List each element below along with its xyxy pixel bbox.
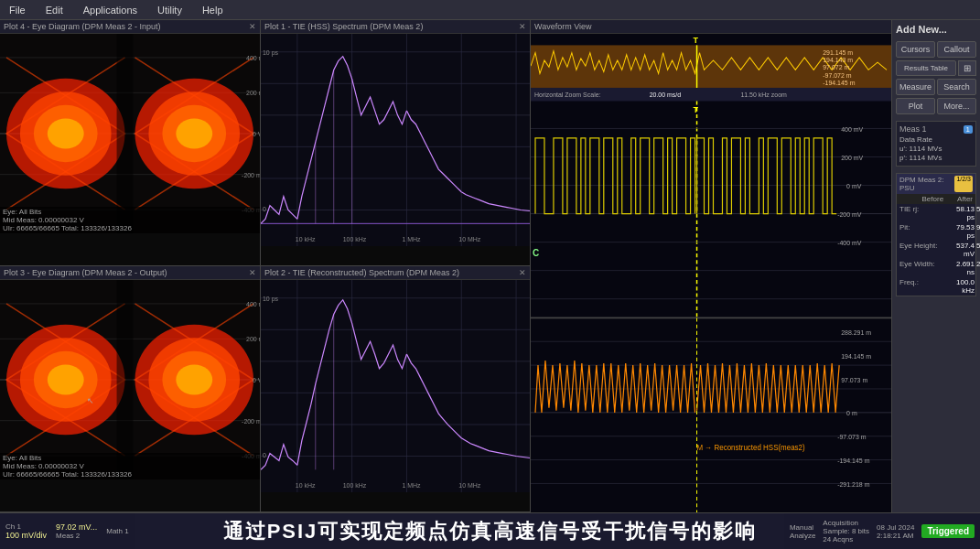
svg-point-9 <box>48 118 84 148</box>
eye-diagram-input: Plot 4 - Eye Diagram (DPM Meas 2 - Input… <box>0 20 260 266</box>
svg-text:C: C <box>533 248 540 258</box>
sample-label: Sample: 8 bits <box>823 527 869 535</box>
svg-text:-194.145 m: -194.145 m <box>837 458 869 465</box>
svg-text:200 mV: 200 mV <box>841 154 863 161</box>
menu-help[interactable]: Help <box>197 3 229 17</box>
spec2-close[interactable]: ✕ <box>519 268 526 277</box>
time-label: 2:18:21 AM <box>877 532 914 540</box>
eye2-footer-line3: UIr: 66665/66665 Total: 133326/133326 <box>3 470 257 479</box>
spec2-canvas: 10 ps 0 10 kHz 100 kHz 1 MHz 10 MHz <box>261 280 530 492</box>
svg-text:Horizontal Zoom Scale:: Horizontal Zoom Scale: <box>534 92 601 99</box>
svg-rect-14 <box>117 34 134 233</box>
dpm-col-after: After <box>957 195 973 203</box>
meas1-panel: Meas 1 1 Data Rate u': 1114 MVs p': 1114… <box>896 121 976 167</box>
spec2-title-text: Plot 2 - TIE (Reconstructed) Spectrum (D… <box>264 268 459 277</box>
spec1-close[interactable]: ✕ <box>519 22 526 31</box>
menu-file[interactable]: File <box>4 3 31 17</box>
sidebar-row-2: Results Table ⊞ <box>896 60 976 76</box>
svg-text:10 kHz: 10 kHz <box>296 236 316 242</box>
svg-text:T: T <box>694 36 699 45</box>
meas1-data-rate: Data Rate <box>899 135 973 144</box>
svg-text:20.00 ms/d: 20.00 ms/d <box>650 92 682 99</box>
eye2-footer-line1: Eye: All Bits <box>3 454 257 462</box>
eye2-footer-line2: Mid Meas: 0.00000032 V <box>3 462 257 470</box>
dpm-header: DPM Meas 2: PSU 1/2/3 <box>897 174 975 194</box>
eye2-title-text: Plot 3 - Eye Diagram (DPM Meas 2 - Outpu… <box>4 268 167 277</box>
svg-text:0 V: 0 V <box>253 377 260 384</box>
status-bar: Ch 1 100 mV/div 97.02 mV... Meas 2 Math … <box>0 512 980 549</box>
svg-text:-200 mV: -200 mV <box>242 418 260 425</box>
callout-button[interactable]: Callout <box>937 41 976 58</box>
left-panel-group: Plot 4 - Eye Diagram (DPM Meas 2 - Input… <box>0 20 261 512</box>
spec1-svg: 10 ps 0 10 kHz 100 kHz 1 MHz 10 MHz <box>261 34 530 246</box>
dpm-before-1: 79.53 ps <box>956 223 975 240</box>
triggered-badge: Triggered <box>921 524 975 538</box>
svg-text:0 V: 0 V <box>253 131 260 138</box>
svg-text:10 ps: 10 ps <box>263 296 279 303</box>
menu-bar: File Edit Applications Utility Help <box>0 0 980 20</box>
dpm-label-1: Pit: <box>899 223 954 240</box>
dpm-col-headers: Before After <box>897 194 975 204</box>
svg-text:10 MHz: 10 MHz <box>458 482 481 489</box>
dpm-after-1: 9.982 ps <box>976 223 980 240</box>
svg-text:97.072 m: 97.072 m <box>823 64 849 71</box>
menu-edit[interactable]: Edit <box>40 3 69 17</box>
ch1-status: Ch 1 100 mV/div <box>5 522 47 540</box>
search-button[interactable]: Search <box>937 79 976 95</box>
svg-text:0 mV: 0 mV <box>846 183 862 190</box>
panel-title-eye1: Plot 4 - Eye Diagram (DPM Meas 2 - Input… <box>0 20 260 34</box>
svg-text:200 mV: 200 mV <box>246 90 260 97</box>
ch1-val: 97.02 mV... <box>56 522 97 532</box>
svg-text:400 mV: 400 mV <box>246 55 260 62</box>
svg-text:10 MHz: 10 MHz <box>458 236 481 242</box>
dpm-badge: 1/2/3 <box>954 176 973 192</box>
ch1-scale: 100 mV/div <box>5 531 47 540</box>
svg-text:0 m: 0 m <box>846 410 857 417</box>
acq-status: Acquisition Sample: 8 bits 24 Acqns <box>823 519 869 544</box>
results-table-button[interactable]: Results Table <box>896 60 956 76</box>
results-icon: ⊞ <box>958 60 976 76</box>
eye-diagram-output: Plot 3 - Eye Diagram (DPM Meas 2 - Outpu… <box>0 266 260 512</box>
status-right: Manual Analyze Acquisition Sample: 8 bit… <box>784 513 980 549</box>
waveform-svg: T 291.145 m 194.143 m 97.072 m -97.072 m… <box>531 34 891 512</box>
svg-text:-97.072 m: -97.072 m <box>823 71 851 79</box>
svg-text:291.145 m: 291.145 m <box>823 49 853 57</box>
eye1-close[interactable]: ✕ <box>249 22 256 31</box>
measure-button[interactable]: Measure <box>896 79 935 95</box>
eye1-title-text: Plot 4 - Eye Diagram (DPM Meas 2 - Input… <box>4 22 161 31</box>
dpm-meas-table: DPM Meas 2: PSU 1/2/3 Before After TIE r… <box>896 173 976 296</box>
svg-text:400 mV: 400 mV <box>246 301 260 308</box>
dpm-row-4: Freq.: 100.0 kHz <box>897 277 975 296</box>
svg-text:-200 mV: -200 mV <box>837 211 862 219</box>
eye1-footer-line3: UIr: 66665/66665 Total: 133326/133326 <box>3 224 257 232</box>
svg-point-29 <box>48 364 84 394</box>
svg-text:M → Reconstructed HSS(meas2): M → Reconstructed HSS(meas2) <box>697 444 805 452</box>
svg-text:-97.073 m: -97.073 m <box>837 434 866 441</box>
sidebar-row-1: Cursors Callout <box>896 41 976 58</box>
eye2-close[interactable]: ✕ <box>249 268 256 277</box>
meas1-sub-row: p': 1114 MVs <box>899 154 973 162</box>
menu-utility[interactable]: Utility <box>152 3 188 17</box>
svg-text:-400 mV: -400 mV <box>837 240 862 247</box>
svg-text:-291.218 m: -291.218 m <box>837 480 869 488</box>
plot-button[interactable]: Plot <box>896 98 935 114</box>
svg-point-13 <box>176 118 212 148</box>
dpm-col-before: Before <box>922 195 944 203</box>
svg-text:97.073 m: 97.073 m <box>841 377 867 384</box>
panel-title-eye2: Plot 3 - Eye Diagram (DPM Meas 2 - Outpu… <box>0 266 260 280</box>
svg-text:100 kHz: 100 kHz <box>343 236 367 242</box>
svg-text:288.291 m: 288.291 m <box>841 329 871 337</box>
svg-text:T: T <box>694 105 699 114</box>
dpm-before-0: 58.13 ps <box>956 205 975 221</box>
sidebar-row-4: Plot More... <box>896 98 976 114</box>
status-left: Ch 1 100 mV/div 97.02 mV... Meas 2 Math … <box>0 513 135 549</box>
dpm-after-3: 2.715 ns <box>976 260 980 276</box>
svg-text:-200 mV: -200 mV <box>242 172 260 179</box>
cursors-button[interactable]: Cursors <box>896 41 935 58</box>
eye2-footer: Eye: All Bits Mid Meas: 0.00000032 V UIr… <box>0 453 260 479</box>
meas1-header: Meas 1 1 <box>899 124 973 134</box>
eye1-footer: Eye: All Bits Mid Meas: 0.00000032 V UIr… <box>0 207 260 233</box>
menu-applications[interactable]: Applications <box>78 3 143 17</box>
more-button[interactable]: More... <box>937 98 976 114</box>
acq-count: 24 Acqns <box>823 535 869 544</box>
